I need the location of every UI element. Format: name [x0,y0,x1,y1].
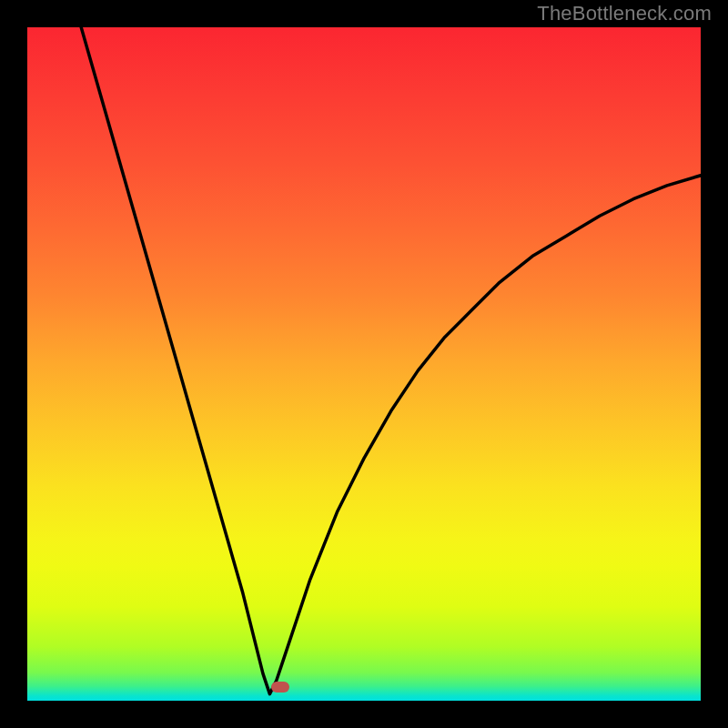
chart-canvas [27,27,701,701]
optimal-marker [271,682,289,693]
chart-svg [27,27,701,701]
watermark-text: TheBottleneck.com [537,2,712,25]
gradient-background [27,27,701,701]
